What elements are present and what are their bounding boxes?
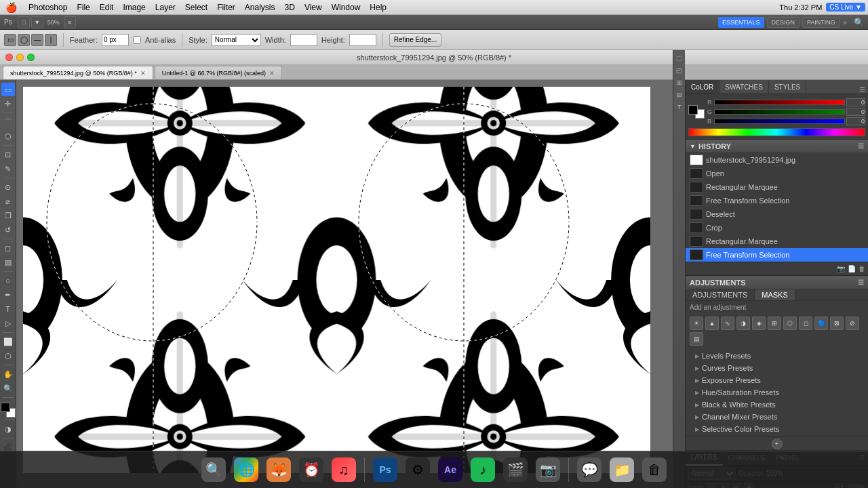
workspace-arrows[interactable]: » [843,18,847,26]
menubar-user[interactable]: CS Live ▼ [826,3,865,12]
dock-camera[interactable]: 📷 [533,455,563,485]
tool-history-brush[interactable]: ↺ [1,223,15,237]
adj-btn-curves[interactable]: ∿ [721,317,734,330]
height-input[interactable] [349,34,376,46]
adj-btn-vibrance[interactable]: ◈ [752,317,766,330]
tool-quick-select[interactable]: ⬡ [1,129,15,143]
adj-btn-color-balance[interactable]: ⬡ [783,317,797,330]
dock-messages[interactable]: 💬 [574,455,604,485]
color-fg-swatch[interactable] [688,105,698,115]
history-item-0[interactable]: shutterstock_79951294.jpg [686,153,868,167]
tool-crop[interactable]: ⊡ [1,148,15,161]
adj-btn-hue-sat[interactable]: ⊞ [768,317,781,330]
menu-select[interactable]: Select [180,0,212,15]
dock-aftereffects[interactable]: Ae [435,455,465,485]
design-button[interactable]: DESIGN [767,17,800,28]
menu-image[interactable]: Image [118,0,150,15]
adjustments-menu[interactable]: ☰ [858,279,864,286]
menu-file[interactable]: File [72,0,94,15]
menu-edit[interactable]: Edit [95,0,119,15]
selection-tool-row[interactable]: — [31,34,43,46]
preset-selective-color[interactable]: ▶ Selective Color Presets [686,423,868,435]
apple-menu[interactable]: 🍎 [5,2,17,13]
adj-btn-channel-mixer[interactable]: ⊠ [830,317,844,330]
mini-tool-1[interactable]: ⬚ [674,53,685,64]
dock-files[interactable]: 📁 [607,455,637,485]
history-panel-header[interactable]: ▼ HISTORY ☰ [686,140,868,153]
adj-btn-invert[interactable]: ⊘ [846,317,859,330]
canvas-document[interactable] [23,87,650,473]
tool-hand[interactable]: ✋ [1,367,15,381]
history-item-2[interactable]: Rectangular Marquee [686,180,868,194]
mini-tool-5[interactable]: T [674,102,685,113]
tab-untitled[interactable]: Untitled-1 @ 66.7% (RGB/8#) (scaled) ✕ [155,66,282,79]
menu-filter[interactable]: Filter [212,0,240,15]
add-adjustment-button[interactable]: + [772,439,783,449]
r-slider[interactable] [714,100,845,105]
g-slider[interactable] [714,109,845,115]
mini-tool-4[interactable]: ⊟ [674,89,685,100]
anti-alias-checkbox[interactable] [133,36,141,44]
window-minimize-button[interactable] [16,54,24,61]
menu-3d[interactable]: 3D [280,0,300,15]
tool-zoom[interactable]: 🔍 [1,382,15,395]
tab-swatches[interactable]: SWATCHES [719,80,769,94]
color-spectrum[interactable] [688,128,865,136]
adj-btn-brightness[interactable]: ☀ [690,317,703,330]
tool-shape[interactable]: ⬜ [1,335,15,348]
preset-curves[interactable]: ▶ Curves Presets [686,362,868,374]
style-select[interactable]: Normal Fixed Ratio Fixed Size [212,34,261,46]
painting-button[interactable]: PAINTING [802,17,840,28]
adj-btn-posterize[interactable]: ▤ [690,332,703,346]
dock-media[interactable]: 🎬 [500,455,530,485]
adj-btn-photo-filter[interactable]: 🔵 [814,317,828,330]
menu-photoshop[interactable]: Photoshop [24,0,72,15]
tool-pen[interactable]: ✒ [1,288,15,302]
dock-finder[interactable]: 🔍 [199,455,229,485]
b-slider[interactable] [714,119,845,124]
b-input[interactable] [846,117,865,125]
tool-3d[interactable]: ⬡ [1,349,15,363]
tool-spot-heal[interactable]: ⊙ [1,180,15,194]
dock-chrome[interactable]: 🌐 [231,455,261,485]
preset-channel-mixer[interactable]: ▶ Channel Mixer Presets [686,411,868,423]
selection-tool-ellipse[interactable]: ◯ [18,34,30,46]
history-item-1[interactable]: Open [686,167,868,180]
menu-help[interactable]: Help [365,0,391,15]
tool-lasso[interactable]: ⌒ [1,115,15,129]
dock-spotify[interactable]: ♪ [468,455,498,485]
menu-analysis[interactable]: Analysis [240,0,280,15]
adj-btn-bw[interactable]: ◻ [799,317,812,330]
tab1-close[interactable]: ✕ [140,70,146,77]
tool-path[interactable]: ▷ [1,317,15,330]
dock-photoshop[interactable]: Ps [370,455,400,485]
history-new-doc[interactable]: 📄 [848,265,856,272]
foreground-color[interactable] [1,403,10,412]
tool-dodge[interactable]: ○ [1,274,15,287]
preset-levels[interactable]: ▶ Levels Presets [686,350,868,362]
history-menu-icon[interactable]: ☰ [858,142,864,150]
tool-move[interactable]: ✛ [1,97,15,110]
tab2-close[interactable]: ✕ [269,70,275,77]
search-icon[interactable]: 🔍 [854,18,864,27]
menu-layer[interactable]: Layer [151,0,180,15]
preset-bw[interactable]: ▶ Black & White Presets [686,399,868,411]
mini-tool-2[interactable]: ◰ [674,65,685,76]
menu-view[interactable]: View [300,0,327,15]
tab-styles[interactable]: STYLES [769,80,806,94]
window-close-button[interactable] [5,54,13,61]
history-item-6[interactable]: Rectangular Marquee [686,235,868,248]
tool-gradient[interactable]: ▤ [1,256,15,269]
history-item-3[interactable]: Free Transform Selection [686,194,868,207]
tool-brush[interactable]: ⌀ [1,195,15,208]
feather-input[interactable] [102,34,129,46]
tool-marquee[interactable]: ▭ [1,83,15,96]
dock-trash[interactable]: 🗑 [639,455,669,485]
menu-window[interactable]: Window [327,0,366,15]
tab-adjustments-inner[interactable]: ADJUSTMENTS [686,289,755,300]
history-item-7[interactable]: Free Transform Selection [686,248,868,262]
r-input[interactable] [846,98,865,106]
window-zoom-button[interactable] [27,54,35,61]
selection-tool-col[interactable]: | [45,34,57,46]
essentials-button[interactable]: ESSENTIALS [718,17,764,28]
